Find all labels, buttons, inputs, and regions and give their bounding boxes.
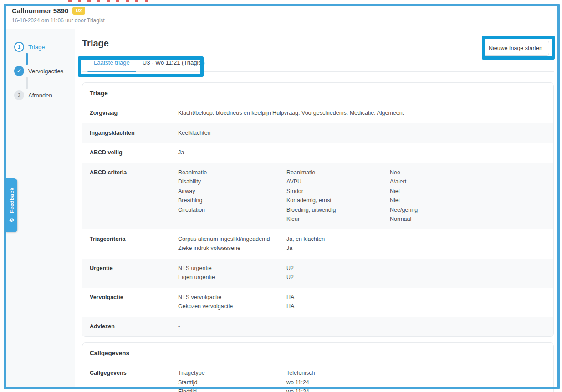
row-triples: ReanimatieReanimatieNeeDisabilityAVPUA/a…: [178, 168, 546, 224]
sub-value: HA: [286, 302, 546, 311]
triage-card-title: Triage: [82, 83, 553, 103]
sub-value: wo 11:24: [286, 378, 546, 387]
sub-value: U2: [286, 264, 546, 273]
sub-value: Telefonisch: [286, 368, 546, 378]
sub-label: Triagetype: [178, 368, 286, 378]
criteria-value: Normaal: [390, 214, 546, 224]
sub-value: HA: [286, 293, 546, 302]
red-dash: [126, 0, 129, 2]
row-pairs: Corpus alienum ingeslikt/ingeademdJa, en…: [178, 234, 546, 253]
sub-value: Ja: [286, 244, 546, 253]
criteria-category: Disability: [178, 177, 286, 187]
sub-value: wo 11:24: [286, 387, 546, 392]
row-label: ABCD veilig: [90, 148, 178, 158]
row-value: Keelklachten: [178, 128, 546, 138]
sub-label: NTS vervolgactie: [178, 293, 286, 302]
row-label: Vervolgactie: [90, 293, 178, 311]
table-row: ABCD veiligJa: [82, 143, 553, 163]
step-number: 1: [14, 42, 24, 52]
row-content: Keelklachten: [178, 128, 546, 138]
criteria-value: Nee: [390, 168, 546, 178]
row-content: -: [178, 322, 546, 331]
red-dash: [116, 0, 119, 2]
call-header: Callnummer 5890 U2 16-10-2024 om 11:06 u…: [12, 7, 105, 24]
table-row: ZorgvraagKlacht/beloop: bloedneus en kee…: [82, 103, 553, 123]
criteria-name: AVPU: [286, 177, 390, 187]
row-label: ABCD criteria: [90, 168, 178, 224]
row-content: NTS vervolgactieHAGekozen vervolgactieHA: [178, 293, 546, 311]
row-label: Triagecriteria: [90, 234, 178, 253]
stepper-step-afronden[interactable]: 3Afronden: [14, 90, 75, 100]
call-subtitle: 16-10-2024 om 11:06 uur door Triagist: [12, 17, 105, 24]
sub-label: Starttijd: [178, 378, 286, 387]
row-content: Ja: [178, 148, 546, 158]
criteria-category: [178, 214, 286, 224]
feedback-tab[interactable]: Feedback: [6, 178, 17, 232]
stepper-step-vervolgacties[interactable]: ✓Vervolgacties: [14, 66, 75, 76]
red-dash: [87, 0, 91, 2]
criteria-value: A/alert: [390, 177, 546, 187]
triage-tabs: Laatste triageU3 - Wo 11:21 (Triagist): [82, 55, 554, 72]
criteria-category: Airway: [178, 187, 286, 196]
row-content: NTS urgentieU2Eigen urgentieU2: [178, 264, 546, 282]
stepper-step-triage[interactable]: 1Triage: [14, 42, 75, 52]
red-dash: [97, 0, 100, 2]
row-value: -: [178, 322, 546, 331]
row-content: Klacht/beloop: bloedneus en keelpijn Hul…: [178, 108, 546, 118]
row-content: Corpus alienum ingeslikt/ingeademdJa, en…: [178, 234, 546, 253]
sub-label: Corpus alienum ingeslikt/ingeademd: [178, 234, 286, 244]
red-dash: [135, 0, 138, 2]
sub-value: Ja, en klachten: [286, 234, 546, 244]
annotation-red-dashes: [68, 0, 148, 2]
stepper-connector: [26, 77, 28, 89]
triage-card: Triage ZorgvraagKlacht/beloop: bloedneus…: [82, 82, 554, 337]
megaphone-icon: [9, 217, 15, 223]
criteria-category: Circulation: [178, 205, 286, 215]
call-card-title: Callgegevens: [82, 343, 553, 363]
sub-value: U2: [286, 273, 546, 282]
sub-label: Gekozen vervolgactie: [178, 302, 286, 311]
row-value: Ja: [178, 148, 546, 158]
criteria-name: Kleur: [286, 214, 390, 224]
table-row: Adviezen-: [82, 317, 553, 337]
sub-label: NTS urgentie: [178, 264, 286, 273]
row-label: Urgentie: [90, 264, 178, 282]
table-row: VervolgactieNTS vervolgactieHAGekozen ve…: [82, 288, 553, 317]
sub-label: Eigen urgentie: [178, 273, 286, 282]
row-label: Zorgvraag: [90, 108, 178, 118]
stepper-connector: [26, 53, 28, 65]
table-row: TriagecriteriaCorpus alienum ingeslikt/i…: [82, 229, 553, 259]
red-dash: [145, 0, 148, 2]
criteria-name: Kortademig, ernst: [286, 196, 390, 205]
red-dash: [78, 0, 81, 2]
criteria-value: Niet: [390, 196, 546, 205]
row-label: Ingangsklachten: [90, 128, 178, 138]
criteria-value: Niet: [390, 187, 546, 196]
row-pairs: NTS vervolgactieHAGekozen vervolgactieHA: [178, 293, 546, 311]
tab-laatste-triage[interactable]: Laatste triage: [87, 55, 136, 71]
row-value: Klacht/beloop: bloedneus en keelpijn Hul…: [178, 108, 546, 118]
stepper: 1Triage✓Vervolgacties3Afronden: [14, 42, 75, 100]
criteria-name: Reanimatie: [286, 168, 390, 178]
criteria-name: Stridor: [286, 187, 390, 196]
row-label: Adviezen: [90, 322, 178, 331]
criteria-category: Reanimatie: [178, 168, 286, 178]
row-pairs: NTS urgentieU2Eigen urgentieU2: [178, 264, 546, 282]
criteria-category: Breathing: [178, 196, 286, 205]
tab-u3-wo-11-21-triagist[interactable]: U3 - Wo 11:21 (Triagist): [136, 55, 211, 71]
check-icon: ✓: [14, 66, 24, 76]
table-row: ABCD criteriaReanimatieReanimatieNeeDisa…: [82, 163, 553, 229]
row-pairs: TriagetypeTelefonischStarttijdwo 11:24Ei…: [178, 368, 546, 392]
stepper-step-label: Triage: [28, 44, 45, 51]
main-content: Triage Nieuwe triage starten Laatste tri…: [82, 29, 554, 392]
red-dash: [68, 0, 72, 2]
row-content: ReanimatieReanimatieNeeDisabilityAVPUA/a…: [178, 168, 546, 224]
table-row: IngangsklachtenKeelklachten: [82, 123, 553, 143]
stepper-step-label: Vervolgacties: [28, 68, 63, 75]
new-triage-button[interactable]: Nieuwe triage starten: [482, 41, 549, 56]
urgency-badge: U2: [72, 7, 85, 15]
triage-page: Callnummer 5890 U2 16-10-2024 om 11:06 u…: [0, 0, 562, 392]
criteria-name: Bloeding, uitwendig: [286, 205, 390, 215]
row-content: TriagetypeTelefonischStarttijdwo 11:24Ei…: [178, 368, 546, 392]
red-dash: [107, 0, 110, 2]
